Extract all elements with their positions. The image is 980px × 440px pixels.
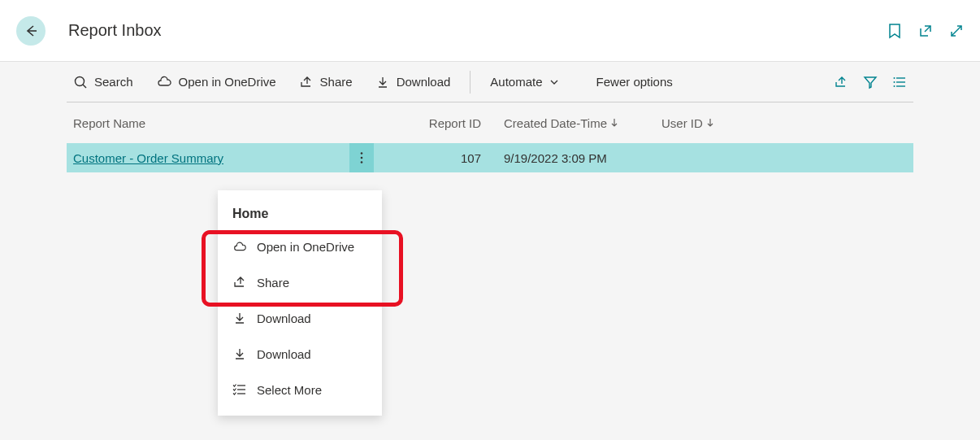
sort-down-icon xyxy=(610,118,618,128)
arrow-left-icon xyxy=(24,24,38,38)
list-view-button[interactable] xyxy=(892,75,907,89)
fewer-options-label: Fewer options xyxy=(596,75,673,89)
download-icon xyxy=(232,311,247,325)
svg-point-10 xyxy=(894,85,895,87)
cell-report-id: 107 xyxy=(424,151,497,165)
menu-share[interactable]: Share xyxy=(218,264,382,300)
popout-icon xyxy=(918,24,933,38)
svg-point-13 xyxy=(361,161,363,163)
more-vertical-icon xyxy=(356,150,367,165)
share-page-button[interactable] xyxy=(834,75,848,89)
list-icon xyxy=(892,75,907,89)
svg-line-2 xyxy=(952,26,961,36)
filter-icon xyxy=(863,75,878,89)
context-menu-header: Home xyxy=(218,198,382,229)
fewer-options-button[interactable]: Fewer options xyxy=(585,62,684,102)
column-header-name[interactable]: Report Name xyxy=(67,116,424,130)
chevron-down-icon xyxy=(549,77,559,87)
context-menu: Home Open in OneDrive Share Download Dow… xyxy=(218,190,382,416)
svg-point-3 xyxy=(76,76,85,85)
share-icon xyxy=(232,275,247,290)
download-label: Download xyxy=(397,75,451,89)
row-more-button[interactable] xyxy=(349,143,374,172)
bookmark-icon xyxy=(887,23,902,39)
download-icon xyxy=(375,75,390,89)
menu-open-onedrive[interactable]: Open in OneDrive xyxy=(218,229,382,264)
popout-button[interactable] xyxy=(918,24,933,38)
page-title: Report Inbox xyxy=(68,21,887,40)
svg-point-9 xyxy=(894,81,895,83)
table-row[interactable]: Customer - Order Summary 107 9/19/2022 3… xyxy=(67,143,913,172)
automate-label: Automate xyxy=(490,75,542,89)
share-label: Share xyxy=(320,75,353,89)
column-header-date[interactable]: Created Date-Time xyxy=(497,116,652,130)
header-actions xyxy=(887,23,964,39)
cell-date: 9/19/2022 3:09 PM xyxy=(497,151,652,165)
menu-download-2[interactable]: Download xyxy=(218,336,382,372)
download-button[interactable]: Download xyxy=(364,62,462,102)
svg-point-12 xyxy=(361,157,363,159)
column-header-user[interactable]: User ID xyxy=(652,116,733,130)
back-button[interactable] xyxy=(16,16,46,46)
expand-button[interactable] xyxy=(949,24,964,38)
search-icon xyxy=(73,75,88,89)
report-name-link[interactable]: Customer - Order Summary xyxy=(73,151,223,165)
toolbar-divider xyxy=(470,71,470,94)
svg-line-4 xyxy=(83,85,86,88)
onedrive-label: Open in OneDrive xyxy=(179,75,276,89)
share-icon xyxy=(299,75,314,89)
list-check-icon xyxy=(232,382,247,397)
sort-down-icon xyxy=(706,118,714,128)
menu-item-label: Download xyxy=(257,311,311,325)
menu-item-label: Open in OneDrive xyxy=(257,240,354,254)
search-label: Search xyxy=(94,75,133,89)
toolbar-right xyxy=(834,75,913,89)
download-icon xyxy=(232,346,247,361)
share-icon xyxy=(834,75,848,89)
svg-point-11 xyxy=(361,152,363,155)
column-header-id[interactable]: Report ID xyxy=(424,116,497,130)
bookmark-button[interactable] xyxy=(887,23,902,39)
page-header: Report Inbox xyxy=(0,0,980,62)
search-button[interactable]: Search xyxy=(67,62,145,102)
table-header: Report Name Report ID Created Date-Time … xyxy=(67,102,913,143)
expand-icon xyxy=(949,24,964,38)
menu-item-label: Download xyxy=(257,347,311,361)
menu-item-label: Share xyxy=(257,276,289,290)
content-area: Search Open in OneDrive Share Download A… xyxy=(0,62,980,172)
svg-point-8 xyxy=(894,77,895,79)
svg-line-1 xyxy=(925,26,930,32)
toolbar: Search Open in OneDrive Share Download A… xyxy=(67,62,913,102)
share-button[interactable]: Share xyxy=(288,62,364,102)
menu-select-more[interactable]: Select More xyxy=(218,372,382,407)
filter-button[interactable] xyxy=(863,75,878,89)
automate-button[interactable]: Automate xyxy=(479,62,570,102)
menu-item-label: Select More xyxy=(257,383,322,397)
cloud-icon xyxy=(232,241,247,254)
cloud-icon xyxy=(156,76,172,89)
menu-download[interactable]: Download xyxy=(218,300,382,336)
open-onedrive-button[interactable]: Open in OneDrive xyxy=(145,62,288,102)
